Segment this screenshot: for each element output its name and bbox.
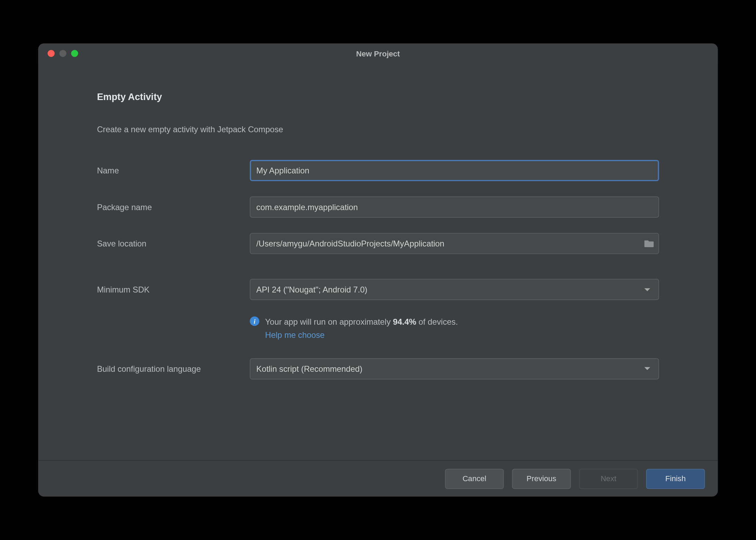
build-lang-value: Kotlin script (Recommended) (256, 364, 362, 374)
browse-folder-icon[interactable] (644, 240, 654, 248)
dialog-footer: Cancel Previous Next Finish (38, 460, 718, 496)
build-lang-row: Build configuration language Kotlin scri… (97, 358, 659, 379)
dialog-content: Empty Activity Create a new empty activi… (38, 63, 718, 460)
title-bar: New Project (38, 44, 718, 64)
minimize-window-icon[interactable] (59, 50, 66, 57)
info-suffix: of devices. (416, 317, 458, 326)
help-choose-link[interactable]: Help me choose (265, 330, 325, 340)
window-controls (38, 50, 78, 57)
min-sdk-row: Minimum SDK API 24 ("Nougat"; Android 7.… (97, 279, 659, 300)
page-heading: Empty Activity (97, 92, 659, 102)
package-row: Package name (97, 197, 659, 218)
package-label: Package name (97, 202, 250, 212)
next-button: Next (579, 469, 638, 489)
dialog-window: New Project Empty Activity Create a new … (38, 44, 718, 497)
save-location-label: Save location (97, 239, 250, 248)
page-description: Create a new empty activity with Jetpack… (97, 125, 659, 134)
info-icon: i (250, 316, 259, 326)
name-row: Name (97, 160, 659, 181)
sdk-info-text: Your app will run on approximately 94.4%… (265, 315, 458, 342)
chevron-down-icon (644, 288, 650, 291)
info-prefix: Your app will run on approximately (265, 317, 393, 326)
finish-button[interactable]: Finish (646, 469, 705, 489)
min-sdk-value: API 24 ("Nougat"; Android 7.0) (256, 285, 367, 294)
build-lang-select[interactable]: Kotlin script (Recommended) (250, 358, 659, 379)
chevron-down-icon (644, 367, 650, 370)
sdk-info: i Your app will run on approximately 94.… (250, 315, 659, 342)
min-sdk-select[interactable]: API 24 ("Nougat"; Android 7.0) (250, 279, 659, 300)
info-percent: 94.4% (393, 317, 416, 326)
window-title: New Project (38, 49, 718, 58)
min-sdk-label: Minimum SDK (97, 285, 250, 294)
name-input[interactable] (250, 160, 659, 181)
save-location-row: Save location (97, 233, 659, 254)
previous-button[interactable]: Previous (512, 469, 571, 489)
package-input[interactable] (250, 197, 659, 218)
save-location-input[interactable] (250, 233, 659, 254)
name-label: Name (97, 166, 250, 175)
maximize-window-icon[interactable] (71, 50, 78, 57)
build-lang-label: Build configuration language (97, 364, 250, 374)
cancel-button[interactable]: Cancel (445, 469, 504, 489)
close-window-icon[interactable] (48, 50, 55, 57)
